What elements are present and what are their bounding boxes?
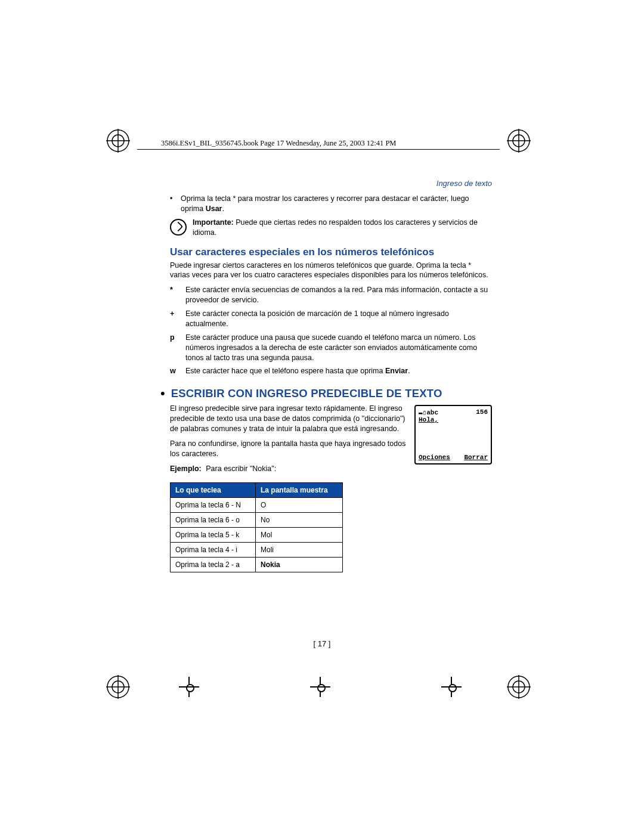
text: Para escribir "Nokia": — [204, 465, 276, 473]
regmark-bl — [106, 675, 130, 699]
def-symbol: w — [170, 366, 179, 376]
section2-title: ESCRIBIR CON INGRESO PREDECIBLE DE TEXTO — [171, 387, 442, 400]
regmark-tl — [106, 129, 130, 153]
phone-softkey-right: Borrar — [464, 454, 488, 461]
important-text: Importante: Puede que ciertas redes no r… — [193, 218, 492, 238]
bullet-icon: • — [160, 387, 165, 400]
bullet-icon: • — [170, 194, 176, 214]
text: . — [222, 205, 224, 213]
label: Importante: — [193, 218, 234, 227]
doc-header: 3586i.ESv1_BIL_9356745.book Page 17 Wedn… — [161, 139, 396, 148]
def-text: Este carácter hace que el teléfono esper… — [185, 366, 410, 376]
def-text: Este carácter conecta la posición de mar… — [185, 309, 492, 329]
table-cell: No — [255, 512, 342, 527]
label: Ejemplo: — [170, 465, 202, 473]
phone-text: Hola, — [419, 416, 488, 423]
header-rule — [137, 149, 500, 150]
text: Este carácter hace que el teléfono esper… — [185, 367, 385, 375]
text-bold: Usar — [206, 205, 222, 213]
def-symbol: p — [170, 333, 179, 363]
def-row: w Este carácter hace que el teléfono esp… — [170, 366, 492, 376]
def-row: p Este carácter produce una pausa que su… — [170, 333, 492, 363]
def-text: Este carácter produce una pausa que suce… — [185, 333, 492, 363]
def-row: * Este carácter envía secuencias de coma… — [170, 285, 492, 305]
text-bold: Enviar — [385, 367, 408, 375]
important-icon — [170, 218, 187, 238]
table-cell: Oprima la tecla 6 - N — [171, 497, 256, 512]
crossmark — [179, 677, 199, 697]
section2-heading: • ESCRIBIR CON INGRESO PREDECIBLE DE TEX… — [160, 387, 492, 400]
phone-screen-figure: ▬▯abc 156 Hola, Opciones Borrar — [414, 405, 492, 465]
table-cell: Oprima la tecla 6 - o — [171, 512, 256, 527]
table-row: Oprima la tecla 2 - a Nokia — [171, 557, 343, 572]
page-number: [ 17 ] — [0, 639, 644, 648]
section1-para: Puede ingresar ciertos caracteres en los… — [170, 261, 492, 281]
table-row: Oprima la tecla 6 - N O — [171, 497, 343, 512]
table-row: Oprima la tecla 4 - i Moli — [171, 542, 343, 557]
special-chars-list: * Este carácter envía secuencias de coma… — [170, 285, 492, 376]
intro-text: Oprima la tecla * para mostrar los carac… — [181, 194, 492, 214]
table-cell: Oprima la tecla 4 - i — [171, 542, 256, 557]
table-cell: Nokia — [255, 557, 342, 572]
table-header: La pantalla muestra — [255, 482, 342, 497]
crossmark — [310, 677, 330, 697]
table-header: Lo que teclea — [171, 482, 256, 497]
phone-softkey-left: Opciones — [419, 454, 450, 461]
page-content: Ingreso de texto • Oprima la tecla * par… — [170, 179, 492, 572]
intro-bullet: • Oprima la tecla * para mostrar los car… — [170, 194, 492, 214]
table-cell: Mol — [255, 527, 342, 542]
table-row: Oprima la tecla 6 - o No — [171, 512, 343, 527]
table-cell: O — [255, 497, 342, 512]
def-row: + Este carácter conecta la posición de m… — [170, 309, 492, 329]
def-symbol: * — [170, 285, 179, 305]
running-head: Ingreso de texto — [170, 179, 492, 188]
example-label: Ejemplo: Para escribir "Nokia": — [170, 464, 492, 474]
table-cell: Oprima la tecla 2 - a — [171, 557, 256, 572]
def-text: Este carácter envía secuencias de comand… — [185, 285, 492, 305]
crossmark — [441, 677, 462, 697]
def-symbol: + — [170, 309, 179, 329]
table-row: Oprima la tecla 5 - k Mol — [171, 527, 343, 542]
regmark-br — [507, 675, 531, 699]
important-note: Importante: Puede que ciertas redes no r… — [170, 218, 492, 238]
table-cell: Oprima la tecla 5 - k — [171, 527, 256, 542]
table-cell: Moli — [255, 542, 342, 557]
regmark-tr — [507, 129, 531, 153]
text: . — [408, 367, 410, 375]
text: Puede que ciertas redes no respalden tod… — [193, 218, 478, 237]
phone-mode: ▬▯abc — [419, 408, 438, 416]
phone-count: 156 — [476, 408, 488, 416]
section1-title: Usar caracteres especiales en los número… — [170, 246, 492, 258]
example-table: Lo que teclea La pantalla muestra Oprima… — [170, 482, 343, 572]
